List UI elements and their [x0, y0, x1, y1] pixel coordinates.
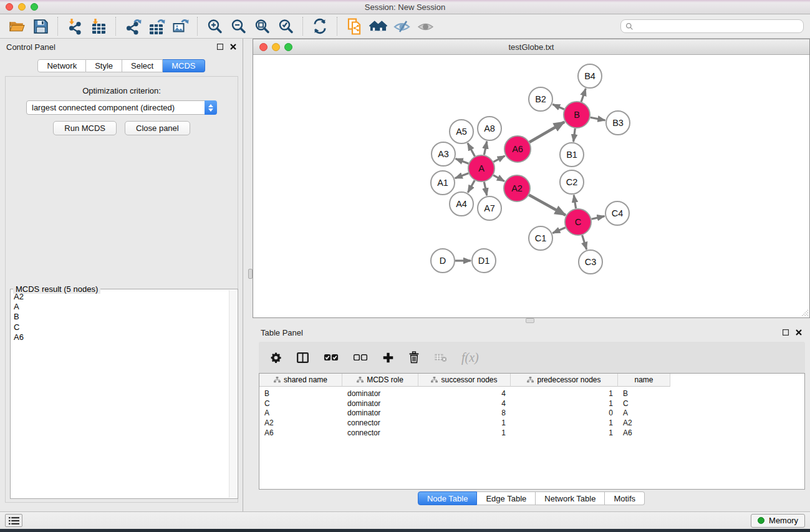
delete-column-button[interactable] [408, 351, 420, 364]
edge-B-B4[interactable] [581, 89, 586, 102]
column-header-name[interactable]: name [618, 374, 670, 387]
export-network-button[interactable] [121, 16, 145, 36]
float-panel-icon[interactable] [217, 44, 223, 50]
column-label: name [634, 375, 653, 384]
create-column-button[interactable] [382, 352, 394, 364]
table-row[interactable]: Cdominator41C [259, 399, 804, 409]
network-minimize-button[interactable] [272, 43, 280, 51]
result-scrollbar[interactable] [229, 290, 237, 498]
table-row[interactable]: Adominator80A [259, 408, 804, 418]
edge-C-C1[interactable] [552, 228, 566, 233]
zoom-selected-button[interactable] [274, 16, 297, 36]
app-titlebar: Session: New Session [0, 0, 810, 14]
search-input[interactable] [636, 21, 803, 32]
show-panels-button[interactable] [5, 514, 22, 527]
network-close-button[interactable] [259, 43, 268, 51]
refresh-network-icon [312, 18, 328, 34]
toolbar-separator [115, 17, 116, 36]
zoom-out-button[interactable] [226, 16, 250, 36]
column-header-shared-name[interactable]: shared name [259, 374, 342, 387]
horizontal-splitter-handle[interactable] [526, 318, 534, 323]
import-table-button[interactable] [87, 16, 110, 36]
zoom-window-button[interactable] [31, 3, 38, 11]
zoom-out-icon [230, 18, 247, 35]
edge-A6-B[interactable] [529, 122, 564, 143]
first-neighbors-button[interactable] [366, 16, 390, 36]
column-header-predecessor-nodes[interactable]: predecessor nodes [511, 374, 618, 387]
memory-label: Memory [769, 516, 798, 525]
zoom-in-button[interactable] [203, 16, 226, 36]
show-all-button[interactable] [413, 16, 437, 36]
new-network-from-selection-button[interactable] [342, 16, 366, 36]
network-zoom-button[interactable] [284, 43, 292, 51]
select-all-columns-button[interactable] [324, 354, 339, 362]
zoom-fit-button[interactable] [250, 16, 274, 36]
show-columns-button[interactable] [296, 351, 309, 364]
mcds-close-panel-button[interactable]: Close panel [125, 121, 190, 135]
refresh-network-button[interactable] [308, 16, 332, 36]
edge-A-A8[interactable] [484, 142, 486, 155]
tab-node-table[interactable]: Node Table [418, 491, 478, 505]
table-cell: C [618, 399, 670, 408]
edge-A-A2[interactable] [493, 175, 504, 181]
tab-select[interactable]: Select [122, 59, 163, 72]
resize-grip-icon[interactable] [799, 307, 809, 317]
network-canvas[interactable]: B4B2BB3B1A5A8A6A3AA1A4A7A2C2C4CC1C3DD1 [253, 56, 809, 317]
node-label-A: A [478, 163, 485, 173]
node-label-D: D [440, 256, 446, 266]
memory-button[interactable]: Memory [751, 514, 805, 528]
close-panel-icon[interactable] [230, 44, 236, 50]
edge-A-A1[interactable] [455, 173, 469, 178]
edge-A-A4[interactable] [468, 180, 475, 193]
edge-A2-C[interactable] [529, 195, 566, 215]
function-builder-button: f(x) [461, 351, 479, 365]
toolbar-separator [197, 17, 198, 36]
close-table-panel-icon[interactable] [796, 329, 802, 336]
network-window-controls [259, 43, 292, 51]
save-session-button[interactable] [29, 16, 52, 36]
deselect-all-columns-button[interactable] [353, 354, 368, 362]
edge-B-B3[interactable] [591, 117, 605, 120]
column-header-mcds-role[interactable]: MCDS role [342, 374, 418, 387]
save-session-icon [32, 18, 49, 35]
run-mcds-button[interactable]: Run MCDS [53, 121, 117, 135]
tab-style[interactable]: Style [86, 59, 122, 72]
control-panel-title: Control Panel [6, 42, 55, 52]
open-session-button[interactable] [5, 16, 29, 36]
edge-A-A6[interactable] [493, 156, 504, 162]
table-cell: 0 [511, 409, 618, 417]
vertical-splitter-handle[interactable] [248, 269, 253, 279]
tab-edge-table[interactable]: Edge Table [477, 491, 536, 505]
table-row[interactable]: A6connector11A6 [259, 428, 804, 438]
edge-B-B1[interactable] [574, 128, 576, 142]
tab-motifs[interactable]: Motifs [605, 491, 645, 505]
edge-A-A3[interactable] [456, 158, 469, 163]
table-row[interactable]: A2connector11A2 [259, 418, 804, 428]
tab-mcds[interactable]: MCDS [163, 59, 205, 72]
node-label-A2: A2 [511, 183, 523, 193]
edge-C-C3[interactable] [582, 235, 587, 249]
table-cell: 8 [418, 409, 511, 417]
float-table-panel-icon[interactable] [783, 329, 789, 336]
tab-network-table[interactable]: Network Table [536, 491, 605, 505]
table-cell: A6 [618, 428, 670, 437]
close-window-button[interactable] [6, 3, 13, 11]
minimize-window-button[interactable] [18, 3, 26, 11]
edge-B-B2[interactable] [552, 104, 564, 109]
column-header-successor-nodes[interactable]: successor nodes [418, 374, 511, 387]
export-image-button[interactable] [168, 16, 192, 36]
import-network-button[interactable] [63, 16, 87, 36]
node-label-A1: A1 [437, 178, 448, 188]
table-cell: dominator [342, 409, 418, 417]
optimization-criterion-select[interactable]: largest connected component (directed) [26, 100, 217, 115]
tab-network[interactable]: Network [37, 59, 86, 72]
edge-A-A5[interactable] [468, 143, 475, 157]
export-table-button[interactable] [145, 16, 168, 36]
edge-A-A7[interactable] [484, 182, 486, 196]
settings-button[interactable] [270, 352, 282, 364]
hide-selected-button[interactable] [390, 16, 413, 36]
search-box[interactable] [620, 19, 804, 33]
edge-C-C2[interactable] [574, 195, 576, 209]
table-row[interactable]: Bdominator41B [259, 389, 804, 399]
edge-C-C4[interactable] [592, 216, 605, 220]
